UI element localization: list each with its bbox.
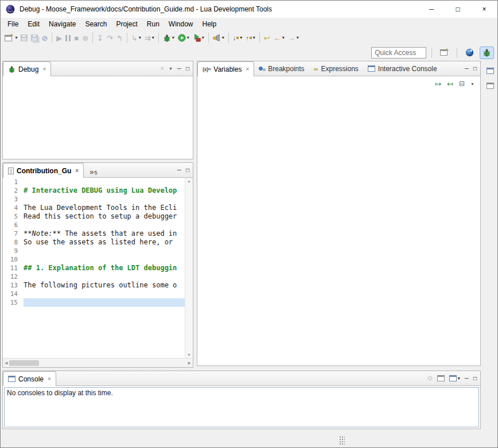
open-console-button[interactable]: ▾ — [449, 375, 460, 381]
menu-file[interactable]: File — [3, 18, 23, 30]
dropdown-icon[interactable]: ▾ — [282, 36, 285, 40]
editor-tab-overflow[interactable]: » 5 — [84, 168, 100, 177]
code-line[interactable]: So use the assets as listed here, or — [24, 238, 185, 247]
collapse-all-button[interactable]: ⊟ — [459, 80, 465, 88]
dropdown-icon[interactable]: ▾ — [253, 36, 255, 40]
back-button[interactable]: ←▾ — [272, 32, 286, 44]
horizontal-scrollbar[interactable]: ◀ ▶ — [3, 358, 193, 367]
remove-all-terminated-button[interactable]: × — [160, 65, 164, 72]
view-menu-button[interactable]: ▼ — [470, 82, 474, 86]
dropdown-icon[interactable]: ▾ — [172, 36, 174, 40]
menu-search[interactable]: Search — [80, 18, 111, 30]
next-annotation-button[interactable]: ↓▾ — [231, 32, 244, 44]
view-menu-button[interactable]: ▼ — [169, 67, 173, 71]
show-type-names-button[interactable]: ↤ — [447, 80, 453, 88]
menu-run[interactable]: Run — [142, 18, 164, 30]
tab-debug[interactable]: Debug × — [3, 61, 51, 76]
minimize-button[interactable]: ─ — [177, 167, 181, 173]
terminate-button[interactable]: ■ — [72, 32, 80, 44]
quick-access-input[interactable]: Quick Access — [371, 47, 426, 59]
window-minimize-button[interactable]: ─ — [418, 1, 445, 18]
code-area[interactable]: 12# Interactive DEBUG using Lua Develop3… — [3, 178, 185, 358]
code-line[interactable] — [24, 195, 185, 204]
window-close-button[interactable]: × — [471, 1, 497, 18]
dropdown-icon[interactable]: ▾ — [202, 36, 204, 40]
minimize-button[interactable]: ─ — [465, 376, 469, 381]
menu-navigate[interactable]: Navigate — [44, 18, 80, 30]
code-line[interactable] — [24, 272, 185, 281]
close-icon[interactable]: × — [246, 66, 249, 72]
search-button[interactable]: ▾ — [211, 32, 226, 44]
minimize-button[interactable]: ─ — [177, 66, 181, 72]
variables-content[interactable] — [197, 91, 480, 365]
code-line[interactable]: Read this section to setup a debugger — [24, 212, 185, 221]
dropdown-icon[interactable]: ▾ — [222, 36, 224, 40]
step-into-button[interactable]: ↧ — [95, 32, 105, 44]
show-logical-structures-button[interactable]: ↦ — [435, 80, 441, 88]
open-perspective-button[interactable]: + — [437, 46, 452, 59]
maximize-button[interactable]: □ — [473, 376, 477, 381]
save-all-button[interactable] — [29, 32, 40, 44]
use-step-filters-button[interactable]: ⇉▾ — [143, 32, 156, 44]
tab-expressions[interactable]: ∞ Expressions — [309, 61, 363, 76]
code-line[interactable] — [24, 290, 185, 298]
maximize-button[interactable]: □ — [186, 66, 189, 72]
minimize-button[interactable]: ─ — [465, 66, 469, 72]
save-button[interactable] — [19, 32, 29, 44]
sash-grip[interactable] — [339, 436, 345, 445]
drop-to-frame-button[interactable]: ↳▾ — [130, 32, 143, 44]
debug-view-content[interactable] — [3, 76, 193, 159]
dropdown-icon[interactable]: ▾ — [458, 376, 460, 381]
step-return-button[interactable]: ↰ — [115, 32, 124, 44]
menu-edit[interactable]: Edit — [23, 18, 44, 30]
scroll-down-icon[interactable]: ▼ — [187, 353, 191, 357]
debug-perspective-button[interactable] — [480, 46, 494, 59]
code-line[interactable] — [24, 178, 185, 186]
close-icon[interactable]: × — [42, 66, 46, 72]
console-content[interactable]: No consoles to display at this time. — [4, 387, 479, 427]
new-button[interactable]: ✦ ▾ — [3, 32, 19, 44]
vertical-scrollbar[interactable]: ▲ ▼ — [185, 178, 193, 358]
code-line-current[interactable] — [24, 298, 185, 307]
close-icon[interactable]: × — [48, 376, 51, 382]
code-line[interactable] — [24, 247, 185, 255]
code-line[interactable]: ## 1. Explanation of the LDT debuggin — [24, 264, 185, 272]
scrollbar-thumb[interactable] — [9, 360, 39, 366]
dropdown-icon[interactable]: ▾ — [15, 36, 17, 40]
resume-button[interactable]: ▶ — [55, 32, 64, 44]
code-line[interactable] — [24, 221, 185, 229]
menu-window[interactable]: Window — [164, 18, 198, 30]
dropdown-icon[interactable]: ▾ — [240, 36, 242, 40]
tab-interactive-console[interactable]: Interactive Console — [363, 61, 442, 76]
forward-button[interactable]: →▾ — [286, 32, 301, 44]
code-line[interactable]: # Interactive DEBUG using Lua Develop — [24, 186, 185, 195]
window-maximize-button[interactable]: □ — [445, 1, 471, 18]
dropdown-icon[interactable]: ▾ — [297, 36, 299, 40]
run-button[interactable]: ▾ — [176, 32, 191, 44]
external-tools-button[interactable]: ▾ — [191, 32, 206, 44]
restore-minimized-view-button-1[interactable] — [484, 65, 496, 76]
editor-tab[interactable]: Contribution_Gu × — [3, 163, 84, 178]
maximize-button[interactable]: □ — [186, 167, 189, 173]
lua-perspective-button[interactable] — [462, 46, 477, 59]
pin-console-button[interactable]: ⊙ — [427, 375, 433, 381]
suspend-button[interactable] — [64, 32, 72, 44]
previous-annotation-button[interactable]: ↑▾ — [244, 32, 257, 44]
scroll-up-icon[interactable]: ▲ — [187, 179, 191, 183]
debug-button[interactable]: ▾ — [161, 32, 176, 44]
tab-breakpoints[interactable]: Breakpoints — [254, 61, 309, 76]
restore-minimized-view-button-2[interactable] — [484, 80, 496, 91]
disconnect-button[interactable]: ⊗ — [80, 32, 90, 44]
code-line[interactable]: The following pictures outline some o — [24, 281, 185, 290]
tab-console[interactable]: Console × — [3, 371, 56, 386]
last-edit-location-button[interactable]: ↩ — [262, 32, 272, 44]
dropdown-icon[interactable]: ▾ — [139, 36, 141, 40]
code-line[interactable] — [24, 255, 185, 264]
tab-variables[interactable]: (x)= Variables × — [197, 61, 254, 76]
scroll-right-icon[interactable]: ▶ — [188, 361, 191, 365]
menu-help[interactable]: Help — [198, 18, 221, 30]
dropdown-icon[interactable]: ▾ — [152, 36, 154, 40]
code-line[interactable]: **Note:** The assets that are used in — [24, 229, 185, 238]
scroll-left-icon[interactable]: ◀ — [5, 361, 7, 365]
display-selected-console-button[interactable] — [437, 375, 445, 381]
